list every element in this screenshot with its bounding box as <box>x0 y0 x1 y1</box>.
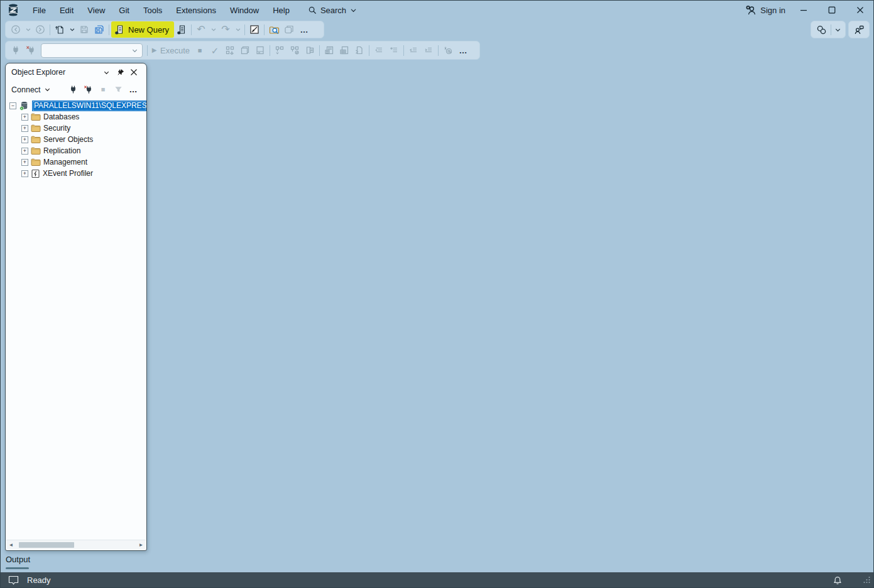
toolbar-overflow-button[interactable]: … <box>297 22 312 37</box>
folder-search-button[interactable] <box>266 22 281 37</box>
scroll-left-icon[interactable]: ◄ <box>6 542 16 548</box>
menu-help[interactable]: Help <box>266 3 297 18</box>
new-query-icon <box>114 24 125 35</box>
tree-row-databases[interactable]: + Databases <box>6 111 146 122</box>
execute-play-icon[interactable]: ▶ <box>150 43 159 58</box>
results-to-grid-icon[interactable] <box>337 43 352 58</box>
toolbar-overflow-button[interactable]: … <box>456 43 471 58</box>
menu-view[interactable]: View <box>80 3 112 18</box>
decrease-indent-icon[interactable] <box>406 43 421 58</box>
tree-row-replication[interactable]: + Replication <box>6 145 146 156</box>
save-button[interactable] <box>77 22 92 37</box>
expand-expander[interactable]: + <box>21 159 28 166</box>
profiles-icon[interactable] <box>814 22 829 37</box>
feedback-bubble-icon[interactable] <box>8 575 19 585</box>
expand-expander[interactable]: + <box>21 170 28 177</box>
folder-icon <box>31 146 41 155</box>
redo-button[interactable]: ↷ <box>218 22 233 37</box>
panel-options-chevron-icon[interactable] <box>99 66 113 79</box>
menu-extensions[interactable]: Extensions <box>169 3 223 18</box>
tab-output[interactable]: Output <box>6 555 30 564</box>
oe-overflow-button[interactable]: … <box>126 83 141 97</box>
increase-indent-icon[interactable] <box>421 43 436 58</box>
toolbar-separator <box>831 24 831 35</box>
object-explorer-header[interactable]: Object Explorer <box>6 63 146 81</box>
web-browser-button[interactable] <box>281 22 297 37</box>
close-button[interactable] <box>846 0 874 20</box>
new-file-dropdown-icon[interactable] <box>67 22 77 37</box>
toolbar-separator <box>147 45 148 56</box>
template-parameters-icon[interactable] <box>440 43 456 58</box>
connect-icon[interactable] <box>8 43 23 58</box>
change-connection-icon[interactable] <box>23 43 38 58</box>
tree-row-security[interactable]: + Security <box>6 122 146 134</box>
tree-row-server-objects[interactable]: + Server Objects <box>6 134 146 145</box>
execute-button[interactable]: Execute <box>160 46 190 55</box>
scrollbar-thumb[interactable] <box>19 542 74 548</box>
search-box[interactable]: Search <box>303 4 362 17</box>
activity-monitor-button[interactable] <box>247 22 262 37</box>
tree-label-management: Management <box>43 158 87 166</box>
collapse-expander[interactable]: − <box>9 102 16 109</box>
notifications-bell-icon[interactable] <box>833 575 843 585</box>
save-all-button[interactable] <box>92 22 107 37</box>
parse-button[interactable]: ✓ <box>207 43 222 58</box>
uncomment-lines-icon[interactable] <box>386 43 401 58</box>
profiles-dropdown-icon[interactable] <box>833 22 843 37</box>
close-panel-icon[interactable] <box>127 66 141 79</box>
results-to-file-icon[interactable] <box>352 43 367 58</box>
menu-tools[interactable]: Tools <box>136 3 169 18</box>
oe-stop-icon[interactable]: ■ <box>96 83 111 97</box>
new-query-current-connection-button[interactable] <box>174 22 189 37</box>
navigate-forward-button[interactable] <box>33 22 48 37</box>
pin-icon[interactable] <box>113 66 127 79</box>
maximize-button[interactable] <box>817 0 846 20</box>
menu-window[interactable]: Window <box>223 3 266 18</box>
accounts-toolbar <box>811 21 846 38</box>
undo-button[interactable]: ↶ <box>194 22 209 37</box>
navigate-back-dropdown-icon[interactable] <box>23 22 33 37</box>
scrollbar-track[interactable] <box>16 540 136 550</box>
search-icon <box>308 6 317 14</box>
horizontal-scrollbar[interactable]: ◄ ► <box>6 540 146 550</box>
tree-row-management[interactable]: + Management <box>6 156 146 168</box>
expand-expander[interactable]: + <box>21 114 28 121</box>
client-statistics-icon[interactable] <box>302 43 317 58</box>
menu-file[interactable]: File <box>26 3 53 18</box>
expand-expander[interactable]: + <box>21 125 28 132</box>
search-label: Search <box>320 6 346 15</box>
query-options-icon[interactable] <box>238 43 253 58</box>
sign-in-button[interactable]: Sign in <box>746 5 785 16</box>
tree-row-server[interactable]: − PARALLELSWIN11\SQLEXPRESS (SQ <box>6 100 146 111</box>
tree-row-xevent-profiler[interactable]: + XEvent Profiler <box>6 168 146 179</box>
estimated-plan-icon[interactable] <box>222 43 238 58</box>
actual-plan-icon[interactable] <box>272 43 287 58</box>
menu-edit[interactable]: Edit <box>53 3 80 18</box>
available-databases-dropdown[interactable] <box>41 43 143 58</box>
folder-icon <box>31 124 41 133</box>
object-explorer-tree: − PARALLELSWIN11\SQLEXPRESS (SQ + Databa… <box>6 98 146 540</box>
minimize-button[interactable] <box>789 0 817 20</box>
expand-expander[interactable]: + <box>21 136 28 143</box>
results-to-text-icon[interactable] <box>322 43 337 58</box>
oe-disconnect-icon[interactable] <box>80 83 96 97</box>
new-file-button[interactable] <box>52 22 67 37</box>
menu-git[interactable]: Git <box>112 3 136 18</box>
resize-grip[interactable] <box>863 576 870 584</box>
oe-connect-icon[interactable] <box>65 83 80 97</box>
cancel-query-button[interactable]: ■ <box>192 43 207 58</box>
tree-label-databases: Databases <box>43 112 79 121</box>
status-message: Ready <box>27 575 51 585</box>
new-query-button[interactable]: New Query <box>111 21 174 38</box>
oe-filter-icon[interactable] <box>111 83 126 97</box>
intellisense-icon[interactable] <box>253 43 268 58</box>
send-feedback-icon[interactable] <box>851 22 866 37</box>
undo-dropdown-icon[interactable] <box>209 22 218 37</box>
redo-dropdown-icon[interactable] <box>233 22 243 37</box>
comment-lines-icon[interactable] <box>371 43 386 58</box>
navigate-back-button[interactable] <box>8 22 23 37</box>
scroll-right-icon[interactable]: ► <box>136 542 146 548</box>
connect-dropdown[interactable]: Connect <box>11 85 51 94</box>
expand-expander[interactable]: + <box>21 148 28 155</box>
live-query-stats-icon[interactable] <box>287 43 302 58</box>
